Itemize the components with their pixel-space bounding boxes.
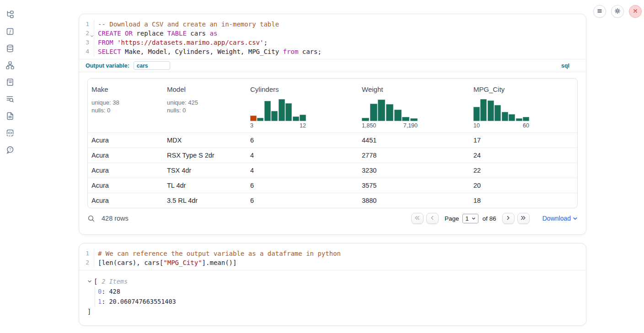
- tree-item: 0: 428: [98, 286, 579, 296]
- output-variable-input[interactable]: [134, 61, 170, 70]
- row-count: 428 rows: [102, 215, 129, 222]
- topbar-actions: [593, 5, 642, 18]
- sidebar-item-scratchpad[interactable]: [6, 78, 14, 86]
- python-cell: 1# We can reference the output variable …: [79, 243, 586, 326]
- column-histogram: 1,8507,190: [362, 97, 418, 129]
- histogram-max-label: 60: [523, 122, 529, 129]
- column-header[interactable]: Makeunique: 38nulls: 0: [88, 79, 163, 132]
- histogram-bar: [523, 117, 529, 121]
- logs-icon: [6, 95, 14, 103]
- column-label: Model: [167, 85, 242, 93]
- scratchpad-icon: [6, 78, 14, 86]
- code-text: -- Download a CSV and create an in-memor…: [94, 20, 279, 29]
- shutdown-button[interactable]: [629, 5, 642, 18]
- download-button[interactable]: Download: [542, 215, 578, 222]
- table-row[interactable]: Acura3.5 RL 4dr6388018: [88, 193, 577, 208]
- stat-line: unique: 38: [91, 99, 159, 106]
- stat-line: nulls: 0: [167, 106, 242, 114]
- histogram-bar: [264, 101, 271, 121]
- svg-text:f: f: [10, 29, 12, 34]
- table-cell: 4: [247, 167, 358, 174]
- shutdown-icon: [632, 8, 639, 16]
- table-cell: 4: [247, 152, 358, 159]
- code-text: SELECT Make, Model, Cylinders, Weight, M…: [94, 47, 322, 56]
- line-number: 2: [79, 258, 94, 267]
- search-icon[interactable]: [87, 215, 95, 222]
- code-line: 4SELECT Make, Model, Cylinders, Weight, …: [79, 47, 586, 56]
- settings-button[interactable]: [611, 5, 624, 18]
- pagination: Page 1 of 86: [411, 213, 530, 224]
- code-line: 3FROM 'https://datasets.marimo.app/cars.…: [79, 38, 586, 47]
- column-label: MPG_City: [473, 85, 573, 93]
- table-row[interactable]: AcuraTL 4dr6357520: [88, 178, 577, 193]
- code-text: # We can reference the output variable a…: [94, 249, 341, 258]
- column-header[interactable]: Weight1,8507,190: [358, 79, 470, 132]
- line-number: 4: [79, 47, 94, 56]
- sql-cell: 1-- Download a CSV and create an in-memo…: [79, 14, 586, 235]
- menu-button[interactable]: [593, 5, 606, 18]
- chevron-down-icon: [472, 217, 476, 221]
- histogram-bar: [402, 117, 409, 121]
- download-label: Download: [542, 215, 571, 222]
- tree-item-index: 0: [98, 288, 102, 295]
- snippets-icon: [6, 129, 14, 137]
- histogram-bar: [279, 99, 285, 121]
- chevron-left-icon: [429, 215, 435, 222]
- column-header[interactable]: Modelunique: 425nulls: 0: [163, 79, 247, 132]
- histogram-bar: [494, 105, 501, 121]
- code-text: FROM 'https://datasets.marimo.app/cars.c…: [94, 38, 268, 47]
- page-select-value: 1: [465, 215, 468, 222]
- table-cell: 24: [470, 152, 577, 159]
- histogram-axis: 312: [250, 122, 306, 129]
- histogram-bar: [250, 116, 257, 121]
- sidebar-item-documentation[interactable]: [6, 112, 14, 120]
- histogram-min-label: 3: [250, 122, 253, 129]
- histogram-min-label: 1,850: [362, 122, 376, 129]
- column-header[interactable]: MPG_City1060: [470, 79, 577, 132]
- column-stats: unique: 425nulls: 0: [167, 99, 242, 114]
- sidebar-item-help[interactable]: ?: [6, 146, 14, 154]
- open-bracket: [: [94, 276, 97, 286]
- sidebar-item-variables[interactable]: f: [6, 27, 14, 36]
- table-cell: Acura: [88, 197, 163, 204]
- python-code-editor[interactable]: 1# We can reference the output variable …: [79, 243, 586, 270]
- language-badge[interactable]: sql: [561, 63, 569, 69]
- histogram-bar: [473, 107, 480, 121]
- column-header[interactable]: Cylinders312: [247, 79, 358, 132]
- table-row[interactable]: AcuraRSX Type S 2dr4277824: [88, 148, 577, 163]
- sidebar-item-file-explorer[interactable]: [6, 11, 14, 19]
- next-page-button[interactable]: [502, 213, 515, 224]
- code-text: CREATE OR replace TABLE cars as: [94, 29, 217, 38]
- table-cell: 3575: [358, 182, 470, 189]
- histogram-min-label: 10: [473, 122, 480, 129]
- table-cell: 6: [247, 197, 358, 204]
- sidebar-item-snippets[interactable]: [6, 129, 14, 137]
- column-label: Weight: [362, 85, 465, 93]
- sidebar-item-logs[interactable]: [6, 95, 14, 103]
- table-cell: 3230: [358, 167, 470, 174]
- page-select[interactable]: 1: [462, 214, 478, 223]
- sql-code-editor[interactable]: 1-- Download a CSV and create an in-memo…: [79, 14, 586, 59]
- table-cell: RSX Type S 2dr: [163, 152, 247, 159]
- table-body: AcuraMDX6445117AcuraRSX Type S 2dr427782…: [88, 132, 577, 208]
- first-page-button[interactable]: [411, 213, 424, 224]
- table-cell: 4451: [358, 137, 470, 144]
- histogram-bars: [473, 97, 529, 121]
- table-row[interactable]: AcuraTSX 4dr4323022: [88, 163, 577, 178]
- histogram-bars: [362, 97, 418, 121]
- line-number: 2: [79, 29, 94, 38]
- column-label: Make: [91, 85, 159, 93]
- sidebar-item-dependency-graph[interactable]: [6, 61, 14, 69]
- collapse-chevron-icon[interactable]: [87, 279, 92, 284]
- last-page-button[interactable]: [517, 213, 530, 224]
- tree-items: 0: 4281: 20.060747663551403: [95, 286, 579, 307]
- histogram-bars: [250, 97, 306, 121]
- table-cell: MDX: [163, 137, 247, 144]
- sidebar-item-datasets[interactable]: [6, 44, 14, 53]
- previous-page-button[interactable]: [426, 213, 439, 224]
- histogram-bar: [386, 104, 393, 121]
- output-variable-label: Output variable:: [86, 63, 129, 69]
- chevron-down-icon: [573, 216, 578, 221]
- table-cell: 2778: [358, 152, 470, 159]
- table-row[interactable]: AcuraMDX6445117: [88, 132, 577, 148]
